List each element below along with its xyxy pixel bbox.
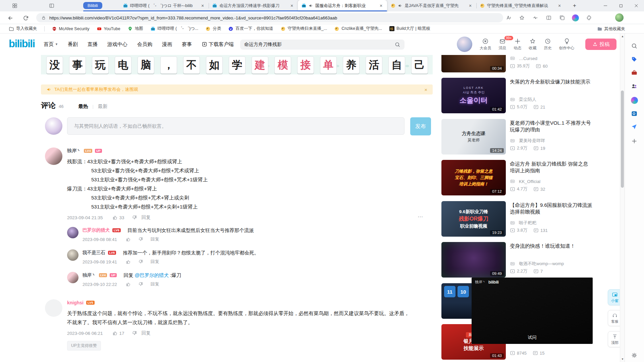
video-title[interactable]: 【命运方舟】9.6国服新职业刀锋流派选择前瞻视频 bbox=[510, 202, 594, 215]
browser-tab[interactable]: 守望先锋直播_守望先锋直播解说× bbox=[476, 0, 566, 11]
bookmark-item[interactable]: 哔哩哔哩 ( ゜- ゜)つ... bbox=[150, 26, 199, 32]
tab-group-pill[interactable]: Bilibili bbox=[83, 2, 102, 9]
nav-link[interactable]: 会员购 bbox=[137, 41, 152, 48]
video-thumbnail[interactable]: LOST ARK사상 최초 주인소울이터01:42 bbox=[441, 78, 506, 113]
like-icon[interactable] bbox=[126, 237, 131, 242]
browser-tab[interactable]: 命运方舟顶级刀锋速学-残影爆刀× bbox=[209, 0, 298, 11]
video-title[interactable]: 失落的方舟全新职业镰刀妹技能演示 bbox=[510, 78, 594, 85]
address-bar[interactable]: https://www.bilibili.com/video/BV1cG411R… bbox=[36, 13, 503, 22]
like-icon[interactable] bbox=[112, 330, 118, 336]
float-button-客服[interactable]: 客服 bbox=[608, 310, 620, 326]
back-icon[interactable] bbox=[6, 14, 15, 22]
refresh-icon[interactable] bbox=[21, 14, 30, 22]
mention-link[interactable]: @巴罗尔的猎犬 bbox=[135, 273, 169, 278]
dislike-icon[interactable] bbox=[132, 330, 137, 336]
bilibili-logo[interactable]: bilibili bbox=[9, 38, 35, 50]
scroll-down-icon[interactable]: ▼ bbox=[620, 358, 625, 361]
sort-hot-tab[interactable]: 最热 bbox=[78, 103, 88, 110]
video-card[interactable]: 09:49变身流的快感！谁玩谁知道！敬酒不吃womp—womp2.2万7 bbox=[441, 242, 596, 281]
like-icon[interactable] bbox=[126, 282, 131, 287]
nav-link[interactable]: 番剧 bbox=[68, 41, 78, 48]
workspaces-icon[interactable] bbox=[11, 2, 19, 10]
like-icon[interactable] bbox=[126, 259, 131, 264]
search-box[interactable]: 命运方舟刀锋残影 bbox=[240, 40, 405, 50]
replier-avatar[interactable] bbox=[67, 227, 78, 238]
nav-user-item[interactable]: 创作中心 bbox=[559, 38, 575, 51]
tab-close-icon[interactable]: × bbox=[378, 3, 384, 8]
video-uploader[interactable]: KK_Official bbox=[510, 179, 540, 184]
video-title[interactable]: 命运方舟 新职业刀锋残影 弥留之息 培训上岗指南 bbox=[510, 161, 594, 174]
reply-button[interactable]: 回复 bbox=[151, 259, 159, 265]
browser-tab[interactable]: 哔哩哔哩 ( ゜- ゜)つロ 干杯~-bilib× bbox=[119, 0, 209, 11]
profile-avatar[interactable] bbox=[615, 13, 624, 22]
read-aloud-icon[interactable] bbox=[504, 13, 513, 22]
notice-close-icon[interactable]: × bbox=[424, 87, 427, 93]
outlook-icon[interactable] bbox=[630, 110, 638, 118]
commenter-name[interactable]: knighsi bbox=[67, 300, 84, 305]
sort-new-tab[interactable]: 最新 bbox=[98, 103, 108, 110]
scrollbar-thumb[interactable] bbox=[621, 90, 624, 188]
video-uploader[interactable]: 夏美玲是咩咩 bbox=[510, 138, 545, 144]
tab-actions-icon[interactable] bbox=[48, 2, 56, 10]
bookmark-item[interactable]: 百度一下，你就知道 bbox=[228, 26, 273, 32]
tab-close-icon[interactable]: × bbox=[289, 3, 294, 8]
nav-link[interactable]: 直播 bbox=[88, 41, 98, 48]
video-title[interactable]: 夏老师刀锋小课堂VOL.1 不推荐大号玩爆刀的理由 bbox=[510, 120, 594, 133]
bookmark-item[interactable]: 守望先锋归来直播_... bbox=[280, 26, 327, 32]
dislike-icon[interactable] bbox=[138, 282, 143, 287]
nav-user-item[interactable]: 历史 bbox=[544, 38, 552, 51]
shopping-icon[interactable] bbox=[630, 55, 638, 63]
close-button[interactable] bbox=[629, 0, 644, 11]
bookmark-item[interactable]: 核Build大厅 | 暗黑核 bbox=[389, 26, 430, 32]
bookmark-item[interactable]: YouTube bbox=[97, 26, 120, 32]
nav-link[interactable]: 首页▼ bbox=[44, 41, 58, 48]
split-screen-icon[interactable] bbox=[544, 13, 553, 22]
upload-button[interactable]: 投稿 bbox=[585, 39, 616, 50]
bookmark-item[interactable]: Cnzlike直播_守望先... bbox=[334, 26, 382, 32]
commenter-name[interactable]: 独岸丶 bbox=[67, 148, 81, 154]
settings-gear-icon[interactable] bbox=[630, 351, 638, 359]
collections-icon[interactable] bbox=[557, 13, 567, 22]
copilot-icon[interactable] bbox=[571, 13, 580, 22]
promo-banner[interactable]: 没事玩电脑，不如学建模接单养活自己 bbox=[41, 55, 433, 74]
other-bookmarks[interactable]: 其他收藏夹 bbox=[597, 24, 626, 34]
dislike-icon[interactable] bbox=[138, 237, 143, 242]
nav-link[interactable]: 赛事 bbox=[182, 41, 192, 48]
nav-link[interactable]: 游戏中心 bbox=[107, 41, 127, 48]
video-uploader[interactable]: 敬酒不吃womp—womp bbox=[510, 261, 564, 267]
video-card[interactable]: 9.6新职业刀锋残影OR爆刀职业前瞻视频19:23【命运方舟】9.6国服新职业刀… bbox=[441, 201, 596, 240]
float-button-顶部[interactable]: 顶部 bbox=[608, 331, 620, 347]
publish-button[interactable]: 发布 bbox=[410, 117, 431, 135]
replier-avatar[interactable] bbox=[67, 249, 78, 261]
dislike-icon[interactable] bbox=[138, 259, 143, 264]
video-thumbnail[interactable]: 09:49 bbox=[441, 242, 506, 278]
commenter-avatar[interactable] bbox=[45, 299, 62, 317]
nav-link[interactable]: 漫画 bbox=[162, 41, 172, 48]
video-uploader[interactable]: 啪子粑粑 bbox=[510, 220, 536, 226]
mini-player[interactable]: 独岸丶 bilibili 试问 bbox=[472, 278, 593, 344]
video-card[interactable]: 方舟生态课莫老师14:24夏老师刀锋小课堂VOL.1 不推荐大号玩爆刀的理由夏美… bbox=[441, 119, 596, 158]
like-icon[interactable] bbox=[112, 215, 118, 220]
nav-user-item[interactable]: 收藏 bbox=[529, 38, 537, 51]
new-tab-button[interactable]: + bbox=[570, 1, 579, 10]
dislike-icon[interactable] bbox=[132, 215, 137, 220]
video-uploader[interactable]: …Cursed bbox=[510, 56, 537, 61]
video-card[interactable]: 刀锋残影，弥留之息宝石、刻印、三脚猫培训上岗指南！07:12命运方舟 新职业刀锋… bbox=[441, 160, 596, 199]
video-title[interactable]: 变身流的快感！谁玩谁知道！ bbox=[510, 243, 594, 249]
copilot-icon[interactable] bbox=[630, 96, 638, 104]
video-uploader[interactable]: 栾尘陌人 bbox=[510, 97, 536, 103]
reply-button[interactable]: 回复 bbox=[151, 281, 159, 287]
nav-link[interactable]: 下载客户端 bbox=[202, 41, 234, 48]
add-app-icon[interactable] bbox=[630, 137, 638, 145]
sidebar-search-icon[interactable] bbox=[630, 42, 638, 50]
drop-icon[interactable] bbox=[630, 123, 638, 131]
minimize-button[interactable] bbox=[598, 0, 613, 11]
more-menu-icon[interactable]: ⋯ bbox=[418, 214, 423, 220]
favorites-star-icon[interactable] bbox=[517, 13, 526, 22]
replier-name[interactable]: 巴罗尔的猎犬 bbox=[83, 227, 110, 233]
search-icon[interactable] bbox=[394, 42, 400, 48]
browser-tab[interactable]: 是JAVA不是假牙直播_守望先× bbox=[387, 0, 476, 11]
page-scrollbar[interactable]: ▲ ▼ bbox=[620, 34, 625, 362]
nav-user-item[interactable]: 大会员 bbox=[480, 38, 491, 51]
browser-essentials-icon[interactable] bbox=[531, 13, 540, 22]
